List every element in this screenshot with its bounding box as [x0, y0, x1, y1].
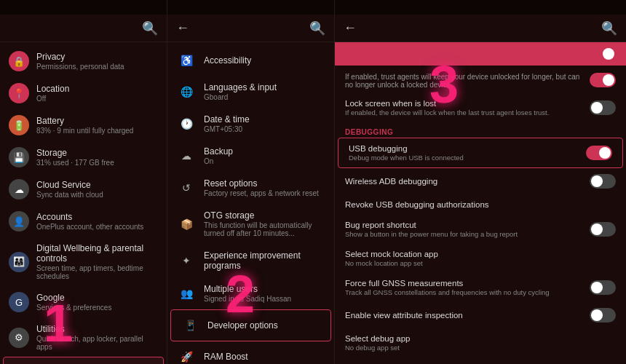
dev-option-revoke-usb-debugging[interactable]: Revoke USB debugging authorizations [335, 194, 626, 215]
back-arrow-dev[interactable]: ← [344, 20, 357, 36]
sys-name-4: Reset options [204, 178, 324, 189]
system-item-accessibility[interactable]: ♿ Accessibility [167, 45, 334, 76]
sys-icon-7: 👥 [178, 285, 195, 302]
system-item-date-&-time[interactable]: 🕐 Date & time GMT+05:30 [167, 108, 334, 140]
settings-name-1: Location [36, 84, 158, 94]
search-icon-system[interactable]: 🔍 [309, 20, 325, 36]
system-item-experience-improveme[interactable]: ✦ Experience improvement programs [167, 244, 334, 277]
lock-screen-sub: If enabled, the device will lock when th… [345, 108, 590, 116]
settings-icon-3: 💾 [9, 147, 29, 167]
debugging-section-label: DEBUGGING [335, 122, 626, 138]
trust-agent-toggle[interactable] [590, 73, 616, 87]
settings-item-system[interactable]: ⚙ System Language & keyboard, time, rese… [3, 357, 164, 364]
settings-name-6: Digital Wellbeing & parental controls [36, 243, 158, 264]
system-item-otg-storage[interactable]: 📦 OTG storage This function will be auto… [167, 204, 334, 244]
sys-icon-6: ✦ [178, 252, 195, 269]
dev-item-text-5: Force full GNSS measurements Track all G… [345, 279, 590, 296]
settings-sub-5: OnePlus account, other accounts [36, 223, 158, 231]
dev-item-sub-0: Debug mode when USB is connected [349, 154, 586, 162]
sys-text-6: Experience improvement programs [204, 250, 324, 271]
settings-text-1: Location Off [36, 84, 158, 103]
lock-knob [591, 102, 603, 114]
settings-name-2: Battery [36, 116, 158, 126]
settings-icon-5: 👤 [9, 211, 29, 232]
trust-agent-text: If enabled, trust agents will keep your … [345, 73, 590, 89]
toggle-3[interactable] [590, 222, 616, 237]
settings-sub-4: Sync data with cloud [36, 191, 158, 199]
lock-screen-row[interactable]: Lock screen when is lost If enabled, the… [335, 93, 626, 122]
settings-text-0: Privacy Permissions, personal data [36, 52, 158, 71]
system-item-ram-boost[interactable]: 🚀 RAM Boost [167, 341, 334, 364]
settings-name-4: Cloud Service [36, 180, 158, 190]
dev-option-select-mock-location[interactable]: Select mock location app No mock locatio… [335, 244, 626, 273]
sys-sub-4: Factory reset, apps & network reset [204, 189, 324, 197]
settings-item-battery[interactable]: 🔋 Battery 83% · 9 min until fully charge… [0, 109, 167, 141]
settings-sub-2: 83% · 9 min until fully charged [36, 127, 158, 135]
dev-item-text-7: Select debug app No debug app set [345, 334, 616, 352]
search-icon-settings[interactable]: 🔍 [142, 20, 158, 36]
lock-screen-toggle[interactable] [590, 100, 616, 115]
settings-icon-7: G [9, 292, 29, 312]
settings-item-storage[interactable]: 💾 Storage 31% used · 177 GB free [0, 141, 167, 173]
sys-text-0: Accessibility [204, 55, 324, 66]
dev-option-force-full-gnss-meas[interactable]: Force full GNSS measurements Track all G… [335, 273, 626, 302]
knob-6 [591, 309, 603, 321]
trust-knob [603, 74, 614, 86]
dev-on-toggle[interactable] [590, 47, 616, 61]
system-item-reset-options[interactable]: ↺ Reset options Factory reset, apps & ne… [167, 172, 334, 204]
settings-text-6: Digital Wellbeing & parental controls Sc… [36, 243, 158, 280]
sys-icon-2: 🕐 [178, 115, 195, 132]
settings-item-privacy[interactable]: 🔒 Privacy Permissions, personal data [0, 45, 167, 77]
settings-sub-7: Services & preferences [36, 304, 158, 312]
sys-text-5: OTG storage This function will be automa… [204, 210, 324, 237]
settings-item-digital-wellbeing-&-[interactable]: 👨‍👩‍👧 Digital Wellbeing & parental contr… [0, 237, 167, 286]
sys-name-2: Date & time [204, 114, 324, 124]
settings-item-location[interactable]: 📍 Location Off [0, 77, 167, 109]
toggle-0[interactable] [586, 146, 612, 160]
sys-text-8: Developer options [207, 320, 320, 331]
dev-item-name-6: Enable view attribute inspection [345, 311, 590, 320]
sys-icon-5: 📦 [178, 215, 195, 233]
dev-option-bug-report-shortcut[interactable]: Bug report shortcut Show a button in the… [335, 215, 626, 244]
dev-option-wireless-adb-debuggi[interactable]: Wireless ADB debugging [335, 168, 626, 194]
app-wrapper: 🔍 🔒 Privacy Permissions, personal data 📍… [0, 0, 626, 364]
system-item-backup[interactable]: ☁ Backup On [167, 140, 334, 172]
system-list: ♿ Accessibility 🌐 Languages & input Gboa… [167, 42, 334, 364]
settings-item-accounts[interactable]: 👤 Accounts OnePlus account, other accoun… [0, 205, 167, 237]
lock-screen-name: Lock screen when is lost [345, 99, 590, 108]
settings-text-4: Cloud Service Sync data with cloud [36, 180, 158, 199]
back-arrow-system[interactable]: ← [176, 20, 189, 36]
settings-icon-2: 🔋 [9, 115, 29, 135]
toggle-5[interactable] [590, 280, 616, 295]
system-item-languages-&-input[interactable]: 🌐 Languages & input Gboard [167, 76, 334, 108]
settings-text-2: Battery 83% · 9 min until fully charged [36, 116, 158, 135]
settings-text-7: Google Services & preferences [36, 293, 158, 312]
system-item-developer-options[interactable]: 📱 Developer options [170, 309, 331, 341]
toggle-6[interactable] [590, 308, 616, 323]
knob-1 [591, 175, 603, 187]
dev-option-usb-debugging[interactable]: USB debugging Debug mode when USB is con… [338, 138, 623, 168]
settings-item-google[interactable]: G Google Services & preferences [0, 286, 167, 318]
dev-option-select-debug-app[interactable]: Select debug app No debug app set [335, 328, 626, 357]
sys-text-3: Backup On [204, 146, 324, 165]
dev-option-enable-view-attribut[interactable]: Enable view attribute inspection [335, 302, 626, 328]
dev-on-row[interactable] [335, 42, 626, 66]
trust-agent-desc: If enabled, trust agents will keep your … [345, 73, 590, 89]
sys-icon-1: 🌐 [178, 83, 195, 100]
settings-item-cloud-service[interactable]: ☁ Cloud Service Sync data with cloud [0, 173, 167, 205]
sys-name-6: Experience improvement programs [204, 250, 324, 271]
settings-header: 🔍 [0, 15, 167, 42]
sys-name-7: Multiple users [204, 284, 324, 294]
trust-agent-row: If enabled, trust agents will keep your … [335, 68, 626, 93]
dev-item-name-5: Force full GNSS measurements [345, 279, 590, 288]
settings-sub-3: 31% used · 177 GB free [36, 159, 158, 167]
panel-system: ← 🔍 ♿ Accessibility 🌐 Languages & input … [167, 0, 335, 364]
sys-sub-7: Signed in as Sadiq Hassan [204, 295, 324, 303]
dev-header-bar: ← 🔍 [335, 15, 626, 42]
knob-0 [599, 147, 611, 159]
search-icon-dev[interactable]: 🔍 [601, 20, 617, 36]
settings-item-utilities[interactable]: ⚙ Utilities Quick launch, app locker, pa… [0, 318, 167, 357]
sys-text-4: Reset options Factory reset, apps & netw… [204, 178, 324, 197]
system-item-multiple-users[interactable]: 👥 Multiple users Signed in as Sadiq Hass… [167, 277, 334, 309]
toggle-1[interactable] [590, 174, 616, 189]
